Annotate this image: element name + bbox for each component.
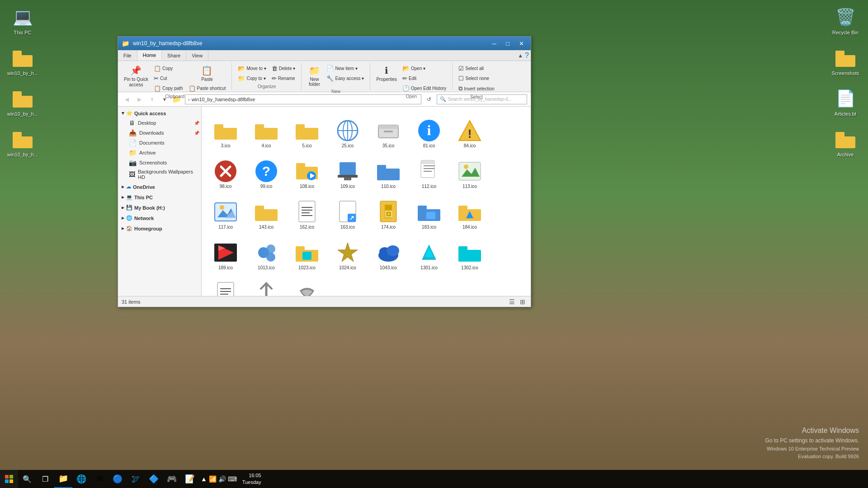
file-item-5ico[interactable]: 5.ico <box>287 110 327 151</box>
file-item-5100ico[interactable]: 5100.ico <box>246 273 287 296</box>
file-item-162ico[interactable]: 162.ico <box>287 192 327 232</box>
select-all-button[interactable]: ☑ Select all <box>456 64 496 73</box>
quick-access-header[interactable]: ▾ ⭐ Quick access <box>118 108 201 118</box>
taskbar-explorer-button[interactable]: 📁 <box>54 470 72 488</box>
desktop-icon-recycle[interactable]: 🗑️ Recycle Bin <box>827 5 863 37</box>
minimize-button[interactable]: ─ <box>488 38 500 48</box>
move-to-button[interactable]: 📂 Move to ▾ <box>236 64 268 73</box>
tab-share[interactable]: Share <box>162 50 186 61</box>
taskbar-mail-button[interactable]: ✉ <box>90 470 108 488</box>
onedrive-header[interactable]: ▸ ☁ OneDrive <box>118 182 201 192</box>
delete-button[interactable]: 🗑 Delete ▾ <box>269 64 298 73</box>
homegroup-header[interactable]: ▸ 🏠 Homegroup <box>118 224 201 233</box>
refresh-button[interactable]: ↺ <box>424 94 434 104</box>
tray-volume-icon[interactable]: 🔊 <box>218 475 226 483</box>
file-item-81ico[interactable]: i 81.ico <box>409 110 449 151</box>
select-none-button[interactable]: ☐ Select none <box>456 74 496 83</box>
close-button[interactable]: ✕ <box>515 38 527 48</box>
tray-keyboard-icon[interactable]: ⌨ <box>228 475 237 483</box>
file-item-84ico[interactable]: ! 84.ico <box>449 110 490 151</box>
pin-quick-access-button[interactable]: 📌 Pin to Quickaccess <box>122 64 151 89</box>
invert-selection-button[interactable]: ⧉ Invert selection <box>456 84 496 94</box>
copy-button[interactable]: 📋 Copy <box>151 64 185 73</box>
new-folder-button[interactable]: 📁 Newfolder <box>305 64 323 88</box>
start-button[interactable] <box>0 470 18 488</box>
paste-shortcut-button[interactable]: 📋 Paste shortcut <box>186 84 228 93</box>
file-item-109ico[interactable]: 109.ico <box>327 151 368 192</box>
ribbon-expand-btn[interactable]: ▲ <box>518 52 523 59</box>
view-list-button[interactable]: ☰ <box>507 297 516 306</box>
desktop-icon-archive[interactable]: Archive <box>827 127 863 159</box>
taskbar-app1-button[interactable]: 🔷 <box>145 470 163 488</box>
copy-to-button[interactable]: 📁 Copy to ▾ <box>236 74 268 83</box>
tab-view[interactable]: View <box>186 50 208 61</box>
file-item-108ico[interactable]: 108.ico <box>287 151 327 192</box>
copy-path-button[interactable]: 📋 Copy path <box>151 84 185 93</box>
sidebar-item-screenshots[interactable]: 📷 Screenshots <box>118 158 201 168</box>
file-item-174ico[interactable]: ⊡ 174.ico <box>368 192 409 232</box>
file-item-4ico[interactable]: 4.ico <box>246 110 287 151</box>
taskbar-twitter-button[interactable]: 🕊 <box>127 470 145 488</box>
sidebar-item-backgrounds[interactable]: 🖼 Backgrounds Wallpapers HD <box>118 168 201 181</box>
view-grid-button[interactable]: ⊞ <box>518 297 527 306</box>
history-button[interactable]: 🕐 Open Edit History <box>400 84 448 93</box>
file-item-1013ico[interactable]: 1013.ico <box>246 232 287 273</box>
desktop-icon-articles[interactable]: 📄 Articles.bt <box>827 86 863 118</box>
file-item-183ico[interactable]: 183.ico <box>409 192 449 232</box>
sidebar-item-archive[interactable]: 📁 Archive <box>118 148 201 158</box>
tray-network-icon[interactable]: 📶 <box>209 475 217 483</box>
new-item-button[interactable]: 📄 New item ▾ <box>324 64 366 73</box>
file-item-98ico[interactable]: 98.ico <box>205 151 246 192</box>
taskbar-search-button[interactable]: 🔍 <box>18 470 36 488</box>
file-item-1024ico[interactable]: 1024.ico <box>327 232 368 273</box>
desktop-icon-screenshots[interactable]: Screenshots <box>827 45 863 78</box>
taskbar-ie-button[interactable]: 🌐 <box>72 470 90 488</box>
paste-button[interactable]: 📋 Paste <box>186 64 228 83</box>
taskbar-chrome-button[interactable]: 🔵 <box>108 470 127 488</box>
maximize-button[interactable]: □ <box>502 38 514 48</box>
file-item-99ico[interactable]: ? 99.ico <box>246 151 287 192</box>
file-item-5101ico[interactable]: 5101.ico <box>287 273 327 296</box>
sidebar-item-desktop[interactable]: 🖥 Desktop 📌 <box>118 118 201 128</box>
taskbar-game-button[interactable]: 🎮 <box>163 470 181 488</box>
file-item-189ico[interactable]: 189.ico <box>205 232 246 273</box>
address-path[interactable]: › win10_by_hamedsp-d8fb8xe <box>185 94 421 104</box>
open-button[interactable]: 📂 Open ▾ <box>400 64 448 73</box>
nav-forward-button[interactable]: ▶ <box>134 94 144 104</box>
properties-button[interactable]: ℹ Properties <box>374 64 399 83</box>
file-item-1023ico[interactable]: 1023.ico <box>287 232 327 273</box>
nav-up-button[interactable]: ↑ <box>147 94 157 104</box>
file-item-1303ico[interactable]: 1303.ico <box>205 273 246 296</box>
tab-file[interactable]: File <box>118 50 137 61</box>
mybook-header[interactable]: ▸ 💾 My Book (H:) <box>118 203 201 212</box>
desktop-icon-win10-2[interactable]: win10_by_h... <box>5 86 41 118</box>
taskbar-clock[interactable]: 16:05 Tuesday <box>239 472 265 486</box>
file-item-184ico[interactable]: 184.ico <box>449 192 490 232</box>
network-header[interactable]: ▸ 🌐 Network <box>118 213 201 223</box>
file-item-1301ico[interactable]: 1301.ico <box>409 232 449 273</box>
file-item-1043ico[interactable]: 1043.ico <box>368 232 409 273</box>
cut-button[interactable]: ✂ Cut <box>151 74 185 83</box>
thispc-nav-header[interactable]: ▸ 💻 This PC <box>118 192 201 202</box>
desktop-icon-thispc[interactable]: 💻 This PC <box>5 5 41 37</box>
nav-back-button[interactable]: ◀ <box>122 94 132 104</box>
taskbar-taskview-button[interactable]: ❐ <box>36 470 54 488</box>
edit-button[interactable]: ✏ Edit <box>400 74 448 83</box>
file-item-163ico[interactable]: ↗ 163.ico <box>327 192 368 232</box>
file-item-112ico[interactable]: 112.ico <box>409 151 449 192</box>
file-item-110ico[interactable]: 110.ico <box>368 151 409 192</box>
desktop-icon-win10-1[interactable]: win10_by_h... <box>5 45 41 78</box>
desktop-icon-win10-3[interactable]: win10_by_h... <box>5 127 41 159</box>
tab-home[interactable]: Home <box>137 50 162 61</box>
file-item-117ico[interactable]: 117.ico <box>205 192 246 232</box>
sidebar-item-downloads[interactable]: 📥 Downloads 📌 <box>118 128 201 138</box>
rename-button[interactable]: ✏ Rename <box>269 74 298 83</box>
taskbar-notes-button[interactable]: 📝 <box>181 470 199 488</box>
show-desktop-button[interactable] <box>265 470 269 488</box>
file-item-25ico[interactable]: 25.ico <box>327 110 368 151</box>
file-item-113ico[interactable]: 113.ico <box>449 151 490 192</box>
file-item-3ico[interactable]: 3.ico <box>205 110 246 151</box>
help-btn[interactable]: ? <box>525 52 529 60</box>
file-item-143ico[interactable]: 143.ico <box>246 192 287 232</box>
file-item-35ico[interactable]: 35.ico <box>368 110 409 151</box>
